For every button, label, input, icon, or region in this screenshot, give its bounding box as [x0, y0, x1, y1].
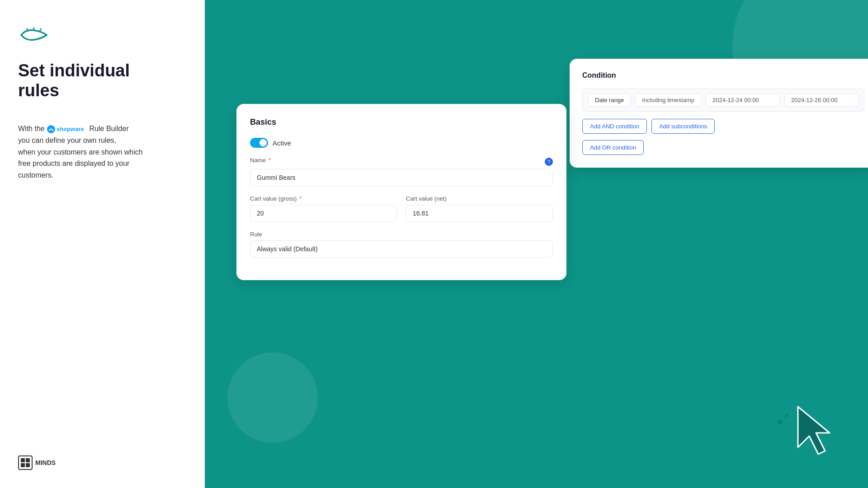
rule-input[interactable] — [250, 240, 553, 258]
minds-text: MINDS — [35, 459, 56, 466]
minds-logo: MINDS — [18, 455, 187, 470]
svg-line-2 — [40, 29, 41, 31]
svg-text:shopware: shopware — [57, 126, 84, 132]
cart-net-input[interactable] — [406, 205, 553, 222]
timestamp-chip[interactable]: Including timestamp — [635, 94, 701, 107]
svg-rect-6 — [26, 458, 30, 462]
svg-rect-7 — [21, 463, 25, 467]
active-label: Active — [273, 139, 291, 147]
add-or-condition-button[interactable]: Add OR condition — [582, 140, 644, 155]
condition-row: Date range Including timestamp 2024-12-2… — [582, 89, 864, 112]
basics-card-title: Basics — [250, 117, 553, 127]
cursor-illustration — [773, 398, 832, 461]
cart-gross-label-text: Cart value (gross) — [250, 195, 297, 202]
svg-point-9 — [778, 420, 782, 425]
right-panel: Condition Date range Including timestamp… — [205, 0, 868, 488]
cart-net-group: Cart value (net) — [406, 195, 553, 222]
condition-card: Condition Date range Including timestamp… — [570, 59, 868, 168]
left-panel: Set individualrules With the shopware Ru… — [0, 0, 205, 488]
cart-gross-input[interactable] — [250, 205, 397, 222]
date-start-input[interactable]: 2024-12-24 00:00 — [706, 94, 780, 107]
cart-gross-label: Cart value (gross) * — [250, 195, 397, 202]
description-text: With the shopware Rule Builder you can d… — [18, 123, 187, 181]
name-label: Name * — [250, 157, 271, 164]
active-toggle[interactable] — [250, 138, 268, 148]
name-label-row: Name * ? — [250, 157, 553, 166]
date-end-input[interactable]: 2024-12-26 00:00 — [784, 94, 859, 107]
left-content: Set individualrules With the shopware Ru… — [18, 27, 187, 181]
page-headline: Set individualrules — [18, 61, 187, 100]
add-subconditions-button[interactable]: Add subconditions — [651, 119, 715, 134]
name-required-indicator: * — [269, 157, 271, 164]
active-toggle-row: Active — [250, 138, 553, 148]
cart-values-row: Cart value (gross) * Cart value (net) — [250, 195, 553, 231]
minds-icon — [18, 455, 33, 470]
closed-eye-icon — [18, 27, 50, 43]
cart-gross-required: * — [299, 195, 302, 202]
shopware-logo: shopware — [47, 125, 87, 134]
name-input[interactable] — [250, 169, 553, 186]
rule-label: Rule — [250, 231, 553, 238]
date-range-chip[interactable]: Date range — [588, 94, 631, 107]
name-help-icon[interactable]: ? — [545, 158, 553, 166]
add-and-condition-button[interactable]: Add AND condition — [582, 119, 647, 134]
svg-point-10 — [785, 414, 788, 418]
svg-rect-5 — [21, 458, 25, 462]
basics-card: Basics Active Name * ? Cart value (gross… — [236, 104, 566, 280]
rule-form-group: Rule — [250, 231, 553, 258]
name-label-text: Name — [250, 157, 266, 164]
condition-title: Condition — [582, 71, 864, 80]
cart-gross-group: Cart value (gross) * — [250, 195, 397, 222]
svg-rect-8 — [26, 463, 30, 467]
cart-net-label: Cart value (net) — [406, 195, 553, 202]
condition-btn-row: Add AND condition Add subconditions — [582, 119, 864, 134]
name-form-group: Name * ? — [250, 157, 553, 186]
